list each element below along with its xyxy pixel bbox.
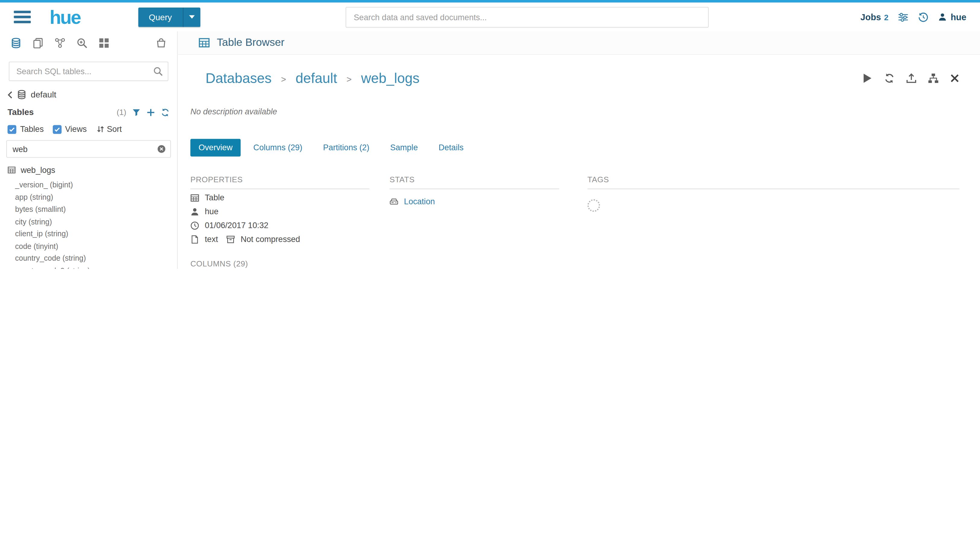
query-dropdown-caret[interactable] <box>183 7 200 27</box>
file-icon <box>190 235 199 244</box>
query-button[interactable]: Query <box>138 7 200 27</box>
jobs-label: Jobs <box>860 12 881 22</box>
tab-sample[interactable]: Sample <box>382 139 426 157</box>
check-icon <box>9 126 15 132</box>
handbag-icon[interactable] <box>156 38 166 48</box>
table-type-filters: Tables Views Sort <box>0 117 177 134</box>
owner-person-icon <box>190 208 199 216</box>
sort-control[interactable]: Sort <box>97 124 122 134</box>
assist-refresh-icon[interactable] <box>161 108 170 117</box>
location-link[interactable]: Location <box>404 197 435 207</box>
owner-value: hue <box>205 207 218 217</box>
clear-filter-icon[interactable] <box>157 145 166 153</box>
table-filter-input[interactable] <box>6 140 171 158</box>
assist-documents-icon[interactable] <box>33 38 43 48</box>
tab-overview[interactable]: Overview <box>190 139 241 157</box>
tab-details[interactable]: Details <box>431 139 472 157</box>
sidebar-column-item[interactable]: country_code3 (string) <box>15 265 177 269</box>
sql-tables-search <box>9 62 168 81</box>
sidebar-column-item[interactable]: client_ip (string) <box>15 228 177 240</box>
sidebar-column-item[interactable]: code (tinyint) <box>15 240 177 253</box>
breadcrumb-item[interactable]: web_logs <box>361 68 419 89</box>
global-search-input[interactable] <box>346 7 709 27</box>
scale-wrapper: hue Query Jobs 2 hue <box>0 0 980 269</box>
breadcrumb-item[interactable]: default <box>296 68 337 89</box>
assist-search-zoom-icon[interactable] <box>77 38 87 48</box>
format-value: text <box>205 235 218 245</box>
tables-checkbox[interactable] <box>8 125 16 133</box>
assist-collections-icon[interactable] <box>55 38 65 48</box>
tags-section: TAGS <box>587 176 960 245</box>
breadcrumb-separator: > <box>346 72 352 85</box>
table-description[interactable]: No description available <box>190 107 960 116</box>
clock-icon <box>190 222 199 230</box>
user-name: hue <box>951 12 967 22</box>
sidebar-column-item[interactable]: _version_ (bigint) <box>15 179 177 192</box>
views-checkbox-label: Views <box>65 124 87 134</box>
tab-columns-29[interactable]: Columns (29) <box>245 139 311 157</box>
properties-heading: PROPERTIES <box>190 176 369 190</box>
breadcrumb: Databases>default>web_logs <box>205 68 419 89</box>
assist-apps-grid-icon[interactable] <box>99 38 109 48</box>
sidebar-table-item[interactable]: web_logs <box>0 158 177 175</box>
import-upload-icon[interactable] <box>906 73 917 83</box>
assist-sql-database-icon[interactable] <box>10 38 21 48</box>
sidebar-column-item[interactable]: city (string) <box>15 216 177 228</box>
tags-heading: TAGS <box>587 176 960 190</box>
app-title: Table Browser <box>217 37 285 49</box>
search-icon[interactable] <box>153 67 163 76</box>
hue-logo[interactable]: hue <box>50 8 80 25</box>
close-icon[interactable] <box>950 73 959 83</box>
query-play-icon[interactable] <box>862 73 873 83</box>
hue-app: hue Query Jobs 2 hue <box>0 0 980 269</box>
sql-tables-search-input[interactable] <box>9 62 168 81</box>
sidebar-column-item[interactable]: app (string) <box>15 191 177 204</box>
caret-down-icon <box>189 15 195 19</box>
breadcrumb-row: Databases>default>web_logs <box>190 68 960 89</box>
breadcrumb-item[interactable]: Databases <box>205 68 271 89</box>
property-owner: hue <box>190 207 369 217</box>
lineage-sitemap-icon[interactable] <box>928 73 939 83</box>
stats-section: STATS Location <box>389 176 559 245</box>
assist-icon-bar <box>0 32 177 55</box>
compression-archive-icon <box>226 235 235 244</box>
top-navbar: hue Query Jobs 2 hue <box>0 0 980 32</box>
object-type-value: Table <box>205 193 225 203</box>
property-created: 01/06/2017 10:32 <box>190 221 369 231</box>
history-icon[interactable] <box>918 12 928 22</box>
table-icon <box>8 166 16 174</box>
user-icon <box>938 13 947 22</box>
table-type-icon <box>190 194 199 202</box>
check-icon <box>54 126 60 132</box>
tab-partitions-2[interactable]: Partitions (2) <box>315 139 378 157</box>
sidebar-table-name: web_logs <box>21 165 55 175</box>
filter-funnel-icon[interactable] <box>132 108 141 117</box>
property-format: text Not compressed <box>190 235 369 245</box>
query-button-label[interactable]: Query <box>138 7 183 27</box>
jobs-link[interactable]: Jobs 2 <box>860 12 888 22</box>
sliders-icon[interactable] <box>898 12 908 22</box>
user-menu[interactable]: hue <box>938 12 967 22</box>
sidebar-column-item[interactable]: country_code (string) <box>15 253 177 265</box>
columns-heading: COLUMNS (29) <box>190 260 960 269</box>
table-filter <box>6 140 171 158</box>
jobs-count-badge: 2 <box>884 13 888 22</box>
tables-checkbox-label: Tables <box>20 124 44 134</box>
current-database[interactable]: default <box>31 90 56 99</box>
hamburger-menu-icon[interactable] <box>14 11 31 23</box>
tables-count: (1) <box>117 108 126 117</box>
created-value: 01/06/2017 10:32 <box>205 221 268 231</box>
refresh-table-icon[interactable] <box>884 73 895 83</box>
assist-sidebar: default Tables (1) Tables Views Sort <box>0 32 178 269</box>
table-browser-content: Databases>default>web_logs No descriptio… <box>178 55 980 269</box>
overview-sections: PROPERTIES Table hue 01/06/2017 10:32 <box>190 176 960 245</box>
views-checkbox[interactable] <box>53 125 61 133</box>
properties-section: PROPERTIES Table hue 01/06/2017 10:32 <box>190 176 369 245</box>
tables-actions: (1) <box>117 108 170 117</box>
stats-heading: STATS <box>389 176 559 190</box>
database-breadcrumb-row: default <box>0 81 177 99</box>
add-table-icon[interactable] <box>146 108 155 117</box>
sidebar-column-item[interactable]: bytes (smallint) <box>15 204 177 216</box>
back-chevron-icon[interactable] <box>8 91 13 98</box>
app-header: Table Browser <box>178 32 980 55</box>
